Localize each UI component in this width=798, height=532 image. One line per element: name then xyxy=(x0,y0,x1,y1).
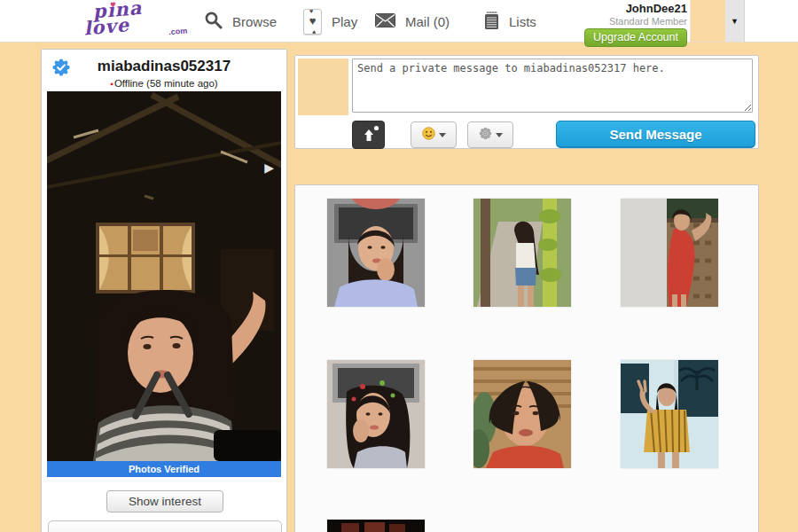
logo-com-suffix: .com xyxy=(168,26,188,36)
offline-indicator-icon: ▪ xyxy=(110,79,113,89)
photo-gallery-panel xyxy=(294,184,759,532)
photo-thumbnail-6[interactable] xyxy=(621,360,718,468)
send-message-button[interactable]: Send Message xyxy=(556,121,755,148)
photo-thumbnail-7[interactable] xyxy=(327,520,425,532)
profile-panel: miabadinas052317 ▪Offline (58 minute ago… xyxy=(41,49,287,532)
logo-heart-icon: ♥ xyxy=(110,0,116,10)
smiley-icon xyxy=(422,127,435,144)
account-menu-dropdown[interactable]: ▼ xyxy=(725,0,745,42)
emoji-picker-button[interactable] xyxy=(411,121,457,148)
photo-thumbnail-5[interactable] xyxy=(473,360,571,468)
nav-play[interactable]: ♥ ♥ ♥ Play xyxy=(303,0,357,43)
photo-thumbnail-1[interactable] xyxy=(327,199,425,307)
caret-down-icon: ▼ xyxy=(731,17,739,26)
account-username: JohnDee21 xyxy=(545,2,687,15)
account-avatar[interactable] xyxy=(690,0,725,42)
nav-lists[interactable]: Lists xyxy=(484,0,536,43)
account-membership-level: Standard Member xyxy=(545,16,687,27)
sender-avatar xyxy=(298,59,348,115)
profile-username: miabadinas052317 xyxy=(42,58,286,75)
search-icon xyxy=(204,11,223,32)
message-options-button[interactable] xyxy=(467,121,513,148)
top-navigation-bar: pina love ♥ .com Browse ♥ ♥ ♥ Play Mail … xyxy=(0,0,798,43)
photo-thumbnail-2[interactable] xyxy=(473,199,571,307)
nav-browse-label: Browse xyxy=(232,14,277,29)
private-message-input[interactable] xyxy=(352,59,753,113)
next-photo-arrow-icon[interactable]: ▶ xyxy=(264,160,274,175)
upload-photo-button[interactable] xyxy=(352,121,385,149)
account-info: JohnDee21 Standard Member Upgrade Accoun… xyxy=(545,2,687,47)
upgrade-account-button[interactable]: Upgrade Account xyxy=(584,28,687,47)
profile-online-status: ▪Offline (58 minute ago) xyxy=(42,78,286,89)
nav-mail[interactable]: Mail (0) xyxy=(375,0,450,43)
profile-main-photo[interactable]: ▶ xyxy=(47,91,281,461)
photos-verified-banner: Photos Verified xyxy=(47,461,281,477)
message-composer-panel: Send Message xyxy=(294,55,759,149)
add-favorite-button[interactable]: Add Favorite xyxy=(48,520,282,532)
flower-options-icon xyxy=(479,127,492,144)
nav-play-label: Play xyxy=(332,14,357,29)
caret-down-icon xyxy=(439,133,446,137)
envelope-icon xyxy=(375,13,395,30)
show-interest-button[interactable]: Show interest xyxy=(106,490,223,512)
nav-browse[interactable]: Browse xyxy=(204,0,277,43)
caret-down-icon xyxy=(496,133,503,137)
notepad-icon xyxy=(484,11,499,33)
photo-thumbnail-4[interactable] xyxy=(327,360,425,468)
verified-badge-icon xyxy=(52,59,70,76)
nav-lists-label: Lists xyxy=(509,14,536,29)
photo-thumbnail-3[interactable] xyxy=(621,199,718,307)
pinalove-logo[interactable]: pina love ♥ .com xyxy=(80,0,181,46)
nav-mail-label: Mail (0) xyxy=(405,14,450,29)
playing-card-icon: ♥ ♥ ♥ xyxy=(303,9,322,35)
